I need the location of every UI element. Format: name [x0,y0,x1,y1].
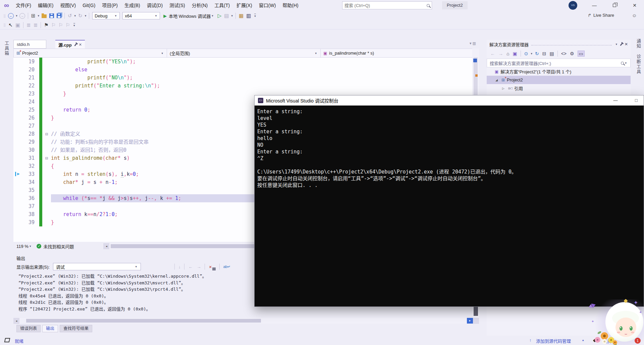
notification-badge[interactable]: 1 [635,338,641,344]
scrollbar-thumb[interactable] [26,319,261,323]
window-position-dropdown-icon[interactable]: ▾ [615,43,617,46]
output-source-select[interactable]: 调试 ▾ [53,263,141,270]
toolbar-options-icon[interactable]: ▾ [254,14,256,18]
menu-item[interactable]: 窗口(W) [256,0,279,11]
next-message-icon[interactable]: → [197,264,201,269]
new-project-icon[interactable]: ⊞ [31,13,36,19]
profiler-dropdown-icon[interactable]: ▾ [231,14,233,17]
show-all-files-icon[interactable]: ▤ [549,51,554,56]
tree-row[interactable]: ▣解决方案“Project2”(1 个项目/共 1 个) [487,67,631,76]
output-horizontal-scrollbar[interactable]: ◂ ▸ [13,318,479,324]
tree-row[interactable]: ▷o-□引用 [487,84,631,92]
preview-selected-items-icon[interactable]: ▭ [578,51,585,57]
minimize-button[interactable]: — [588,0,601,11]
console-maximize-button[interactable]: □ [631,95,642,106]
undo-icon[interactable]: ↺ [68,13,72,19]
save-icon[interactable] [49,13,54,18]
hscroll-right-icon[interactable]: ▸ [467,318,473,324]
console-minimize-button[interactable]: — [610,95,621,106]
toolbar-options-icon[interactable]: ▾ [73,23,75,27]
pin-icon[interactable] [620,43,623,46]
properties-icon[interactable]: ⚙ [570,51,574,56]
switch-views-icon[interactable]: ▣ [513,51,517,56]
console-title-bar[interactable]: C:\ Microsoft Visual Studio 调试控制台 — □ [255,95,644,106]
menu-item[interactable]: 项目(P) [99,0,121,11]
redo-icon[interactable]: ↻ [78,13,83,19]
menu-item[interactable]: 帮助(H) [279,0,302,11]
select-repository-button[interactable]: 选择 [603,338,612,344]
increase-indent-icon[interactable]: ≣ [34,22,38,28]
sidebar-tab-toolbox[interactable]: 工具箱 [3,41,10,56]
project-dropdown[interactable]: ⊞ Project2 ▾ [14,49,167,57]
home-icon[interactable]: ⌂ [506,51,509,56]
code-line[interactable]: 20 else [13,66,472,74]
menu-item[interactable]: 扩展(X) [233,0,256,11]
clear-bookmarks-icon[interactable]: ⚐ [66,22,70,28]
solution-platform-select[interactable]: x64▾ [122,12,160,19]
toggle-bookmark-icon[interactable]: ⚑ [44,22,48,28]
code-line[interactable]: 19 printf("YES\n"); [13,58,472,66]
source-control-dropdown-icon[interactable]: ▴ [582,338,584,342]
fold-marker-icon[interactable]: ⊟ [42,132,51,136]
navigate-forward-icon[interactable]: → [19,13,25,19]
member-dropdown[interactable]: ▣ is_palindrome(char * s) ▾ [321,49,479,57]
menu-item[interactable]: 生成(B) [121,0,144,11]
previous-bookmark-icon[interactable]: ⚐ [51,22,56,28]
menu-item[interactable]: 视图(V) [57,0,79,11]
close-icon[interactable]: ✕ [625,42,628,47]
collapse-all-icon[interactable]: ⊟ [542,51,546,56]
solution-configuration-select[interactable]: Debug▾ [92,12,120,19]
menu-item[interactable]: 工具(T) [211,0,233,11]
menu-item[interactable]: 测试(S) [166,0,189,11]
panel-tab[interactable]: 输出 [42,325,58,332]
tab-source-cpp[interactable]: 源.cpp ✕ [55,40,85,49]
next-bookmark-icon[interactable]: ⚐ [58,22,63,28]
feedback-icon[interactable]: ☺ [632,13,637,18]
panel-tab[interactable]: 查找符号结果 [60,325,92,332]
solution-explorer-title-bar[interactable]: 解决方案资源管理器 ▾ ✕ [487,40,631,49]
expander-icon[interactable]: ◢ [495,78,501,82]
debug-console-window[interactable]: C:\ Microsoft Visual Studio 调试控制台 — □ En… [254,95,644,307]
close-tab-icon[interactable]: ✕ [79,43,82,47]
zoom-level[interactable]: 119 % [16,244,29,249]
start-without-debugging-icon[interactable]: ▷ [218,13,222,19]
search-options-icon[interactable]: ▾ [625,61,627,65]
menu-item[interactable]: 调试(D) [144,0,166,11]
solution-explorer-search[interactable]: 搜索解决方案资源管理器(Ctrl+;) ▾ [487,59,631,67]
word-wrap-icon[interactable]: ab↵ [223,265,230,269]
back-dropdown-icon[interactable]: ▾ [16,14,17,17]
scope-dropdown[interactable]: (全局范围) ▾ [167,49,321,57]
panel-tab[interactable]: 错误列表 [16,325,41,332]
profiler-icon[interactable]: ▤ [224,13,229,19]
menu-item[interactable]: 编辑(E) [35,0,57,11]
start-debugging-button[interactable]: ▶ 本地 Windows 调试器 ▾ [163,13,214,19]
restore-button[interactable] [608,0,621,11]
select-tool-icon[interactable]: ↖ [8,22,13,28]
user-avatar[interactable]: VS [569,1,577,10]
attach-icon[interactable]: ▦ [239,13,244,19]
code-line[interactable]: 22 printf("Enter a string:\n"); [13,82,472,90]
add-to-source-control-button[interactable]: 添加到源代码管理 [536,338,571,344]
console-output[interactable]: Enter a string:levelYESEnter a string:he… [255,106,644,189]
filter-dropdown-icon[interactable]: ▾ [531,52,532,55]
save-all-icon[interactable] [57,13,61,18]
decrease-indent-icon[interactable]: ≣ [26,22,31,28]
expander-icon[interactable]: ▷ [502,87,508,90]
search-input[interactable] [344,3,427,8]
undo-dropdown-icon[interactable]: ▾ [74,14,76,17]
view-code-icon[interactable]: <> [561,51,567,56]
tree-row[interactable]: ◢⊞Project2 [487,76,631,84]
code-line[interactable]: 21 printf("NO\n"); [13,74,472,82]
navigate-back-icon[interactable]: ← [8,13,14,19]
fold-marker-icon[interactable]: ⊟ [42,156,51,160]
pending-changes-filter-icon[interactable]: ⊙ [524,51,528,56]
sidebar-tab-notifications[interactable]: 通知 [635,39,642,49]
goto-message-icon[interactable]: ↓ [178,264,181,269]
menu-item[interactable]: Git(G) [79,0,99,11]
redo-dropdown-icon[interactable]: ▾ [85,14,87,17]
immediate-window-icon[interactable]: ▥ [246,13,251,19]
close-button[interactable]: ✕ [628,0,641,11]
hscroll-left-icon[interactable]: ◂ [13,318,19,324]
zoom-dropdown-icon[interactable]: ▾ [30,245,31,248]
pin-icon[interactable] [74,43,77,46]
